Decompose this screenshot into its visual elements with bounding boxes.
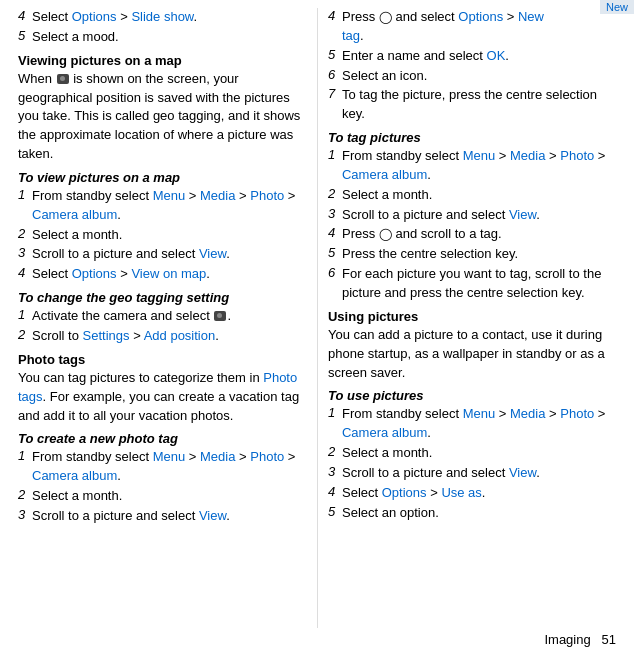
list-item: 3 Scroll to a picture and select View. xyxy=(18,507,307,526)
link-slideshow: Slide show xyxy=(131,9,193,24)
page-footer: Imaging 51 xyxy=(18,628,616,647)
list-item: 5 Enter a name and select OK. xyxy=(328,47,616,66)
heading-use-pictures: To use pictures xyxy=(328,388,616,403)
page-number: 51 xyxy=(602,632,616,647)
list-item: 6 For each picture you want to tag, scro… xyxy=(328,265,616,303)
link-use-as: Use as xyxy=(441,485,481,500)
list-item: 3 Scroll to a picture and select View. xyxy=(18,245,307,264)
step-text: Select an option. xyxy=(342,504,439,523)
step-text: Select a month. xyxy=(342,444,432,463)
step-text: Press ◯ and scroll to a tag. xyxy=(342,225,502,244)
list-item: 4 Select Options > View on map. xyxy=(18,265,307,284)
step-number: 3 xyxy=(328,464,342,483)
step-number: 2 xyxy=(328,444,342,463)
link-photo-tags: Photo tags xyxy=(18,370,297,404)
joystick-icon: ◯ xyxy=(379,9,392,26)
step-number: 3 xyxy=(18,507,32,526)
step-number: 5 xyxy=(328,504,342,523)
step-text: Press ◯ and select Options > Newtag. xyxy=(342,8,544,46)
page-container: New 4 Select Options > Slide show. 5 Sel… xyxy=(0,0,634,655)
step-text: Select Options > View on map. xyxy=(32,265,210,284)
list-item: 4 Press ◯ and scroll to a tag. xyxy=(328,225,616,244)
link-media: Media xyxy=(200,188,235,203)
link-camera-album: Camera album xyxy=(342,425,427,440)
heading-tag-pictures: To tag pictures xyxy=(328,130,616,145)
joystick-icon: ◯ xyxy=(379,226,392,243)
list-item: 4 Press ◯ and select Options > Newtag. xyxy=(328,8,616,46)
step-number: 4 xyxy=(328,484,342,503)
link-media: Media xyxy=(510,406,545,421)
step-text: From standby select Menu > Media > Photo… xyxy=(32,448,307,486)
step-number: 3 xyxy=(18,245,32,264)
list-item: 5 Select an option. xyxy=(328,504,616,523)
step-text: Select a month. xyxy=(342,186,432,205)
step-text: Scroll to a picture and select View. xyxy=(32,507,230,526)
footer-label: Imaging xyxy=(544,632,590,647)
step-number: 5 xyxy=(328,245,342,264)
link-view-on-map: View on map xyxy=(131,266,206,281)
step-number: 2 xyxy=(18,226,32,245)
step-number: 3 xyxy=(328,206,342,225)
link-menu: Menu xyxy=(153,188,186,203)
list-item: 5 Press the centre selection key. xyxy=(328,245,616,264)
link-menu: Menu xyxy=(463,148,496,163)
step-text: From standby select Menu > Media > Photo… xyxy=(32,187,307,225)
step-text: For each picture you want to tag, scroll… xyxy=(342,265,616,303)
list-item: 2 Select a month. xyxy=(18,487,307,506)
step-text: Select Options > Slide show. xyxy=(32,8,197,27)
link-photo: Photo xyxy=(560,406,594,421)
list-item: 1 From standby select Menu > Media > Pho… xyxy=(18,187,307,225)
step-number: 1 xyxy=(328,147,342,185)
heading-geo-setting: To change the geo tagging setting xyxy=(18,290,307,305)
step-text: From standby select Menu > Media > Photo… xyxy=(342,147,616,185)
step-text: Scroll to a picture and select View. xyxy=(342,464,540,483)
section-heading-photo-tags: Photo tags xyxy=(18,352,307,367)
link-photo: Photo xyxy=(250,449,284,464)
list-item: 1 From standby select Menu > Media > Pho… xyxy=(328,405,616,443)
link-menu: Menu xyxy=(463,406,496,421)
step-text: Select a mood. xyxy=(32,28,119,47)
list-item: 3 Scroll to a picture and select View. xyxy=(328,206,616,225)
link-view: View xyxy=(199,508,226,523)
step-number: 2 xyxy=(328,186,342,205)
link-options: Options xyxy=(72,266,117,281)
link-view: View xyxy=(199,246,226,261)
list-item: 4 Select Options > Slide show. xyxy=(18,8,307,27)
link-camera-album: Camera album xyxy=(32,468,117,483)
step-text: To tag the picture, press the centre sel… xyxy=(342,86,616,124)
list-item: 5 Select a mood. xyxy=(18,28,307,47)
step-number: 2 xyxy=(18,487,32,506)
step-text: Select a month. xyxy=(32,226,122,245)
link-photo: Photo xyxy=(560,148,594,163)
step-number: 5 xyxy=(328,47,342,66)
link-media: Media xyxy=(200,449,235,464)
left-column: 4 Select Options > Slide show. 5 Select … xyxy=(18,8,317,628)
list-item: 1 From standby select Menu > Media > Pho… xyxy=(328,147,616,185)
step-number: 4 xyxy=(328,225,342,244)
list-item: 2 Select a month. xyxy=(328,444,616,463)
heading-create-tag: To create a new photo tag xyxy=(18,431,307,446)
list-item: 2 Scroll to Settings > Add position. xyxy=(18,327,307,346)
list-item: 4 Select Options > Use as. xyxy=(328,484,616,503)
camera-icon xyxy=(57,74,69,84)
step-number: 1 xyxy=(328,405,342,443)
camera-icon xyxy=(214,311,226,321)
step-text: Select Options > Use as. xyxy=(342,484,485,503)
heading-view-map: To view pictures on a map xyxy=(18,170,307,185)
step-number: 7 xyxy=(328,86,342,124)
right-column: 4 Press ◯ and select Options > Newtag. 5… xyxy=(317,8,616,628)
section-body-photo-tags: You can tag pictures to categorize them … xyxy=(18,369,307,426)
list-item: 3 Scroll to a picture and select View. xyxy=(328,464,616,483)
two-column-layout: 4 Select Options > Slide show. 5 Select … xyxy=(18,8,616,628)
list-item: 7 To tag the picture, press the centre s… xyxy=(328,86,616,124)
link-settings: Settings xyxy=(83,328,130,343)
step-number: 6 xyxy=(328,67,342,86)
list-item: 2 Select a month. xyxy=(18,226,307,245)
step-text: From standby select Menu > Media > Photo… xyxy=(342,405,616,443)
step-number: 4 xyxy=(18,265,32,284)
section-heading-using-pictures: Using pictures xyxy=(328,309,616,324)
step-number: 1 xyxy=(18,448,32,486)
link-camera-album: Camera album xyxy=(32,207,117,222)
link-media: Media xyxy=(510,148,545,163)
step-text: Activate the camera and select . xyxy=(32,307,231,326)
